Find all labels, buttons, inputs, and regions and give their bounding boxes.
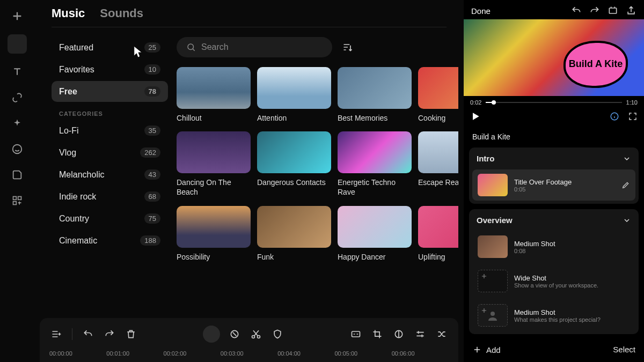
card-label: Happy Dancer [338, 252, 412, 262]
project-title: Build a Kite [464, 127, 644, 145]
card-label: Funk [257, 252, 331, 262]
preview-viewport[interactable]: Build A Kite [464, 19, 644, 96]
aspect-icon[interactable] [608, 5, 618, 16]
section-title: Overview [477, 216, 513, 225]
sidebar-item-melancholic[interactable]: Melancholic43 [52, 164, 168, 185]
music-card[interactable]: Dancing On The Beach [177, 131, 251, 197]
add-clip-thumb[interactable] [478, 304, 508, 327]
clip-thumb [478, 235, 508, 258]
card-label: Uplifting [418, 252, 458, 262]
music-card[interactable]: Uplifting [418, 206, 458, 262]
clip-row[interactable]: Title Over Footage 0:05 [472, 169, 635, 201]
search-input[interactable]: Search [177, 37, 332, 57]
time-marker: 00:01:00 [106, 350, 163, 357]
chevron-down-icon [623, 154, 631, 163]
edit-icon[interactable] [621, 181, 630, 189]
section-header[interactable]: Intro [469, 147, 639, 169]
category-sidebar: Featured25 Favorites10 Free78 CATEGORIES… [34, 33, 177, 315]
emoji-icon[interactable] [10, 142, 25, 157]
tag-icon[interactable] [228, 327, 241, 341]
time-marker: 00:04:00 [277, 350, 334, 357]
music-card[interactable]: Attention [257, 67, 331, 123]
card-thumb [338, 67, 412, 109]
shield-icon[interactable] [270, 327, 284, 341]
extension-icon[interactable] [10, 167, 25, 182]
apps-icon[interactable] [10, 193, 25, 208]
play-button[interactable] [470, 111, 481, 122]
done-button[interactable]: Done [471, 6, 491, 16]
scrub-track[interactable] [486, 102, 621, 103]
svg-point-0 [13, 145, 22, 154]
add-section-button[interactable]: Add [472, 345, 501, 354]
sidebar-item-label: Indie rock [59, 192, 96, 202]
music-card[interactable]: Cooking [418, 67, 458, 123]
count-badge: 68 [144, 191, 160, 202]
sliders-icon[interactable] [413, 327, 427, 341]
timeline-ruler[interactable]: 00:00:00 00:01:00 00:02:00 00:03:00 00:0… [47, 348, 451, 362]
redo-icon[interactable] [103, 327, 116, 341]
link-icon[interactable] [10, 90, 25, 105]
card-thumb [418, 131, 458, 173]
music-icon[interactable] [8, 34, 27, 54]
select-button[interactable]: Select [613, 345, 635, 354]
sidebar-item-country[interactable]: Country75 [52, 208, 168, 229]
share-icon[interactable] [626, 5, 636, 16]
add-track-icon[interactable] [49, 327, 63, 341]
undo-icon[interactable] [81, 327, 95, 341]
sidebar-item-vlog[interactable]: Vlog262 [52, 142, 168, 163]
count-badge: 35 [144, 125, 160, 136]
music-card[interactable]: Possibility [177, 206, 251, 262]
sidebar-item-favorites[interactable]: Favorites10 [52, 59, 168, 80]
sidebar-item-lofi[interactable]: Lo-Fi35 [52, 120, 168, 141]
cut-icon[interactable] [249, 327, 263, 341]
add-clip-thumb[interactable] [478, 270, 508, 292]
svg-rect-1 [13, 197, 17, 200]
clip-row[interactable]: Medium ShotWhat makes this project speci… [472, 300, 635, 331]
adjust-icon[interactable] [392, 327, 406, 341]
count-badge: 75 [144, 213, 160, 224]
sidebar-item-label: Featured [59, 43, 93, 53]
card-label: Energetic Techno Rave [338, 178, 412, 197]
redo-icon[interactable] [589, 5, 600, 16]
current-time: 0:02 [470, 99, 481, 106]
sidebar-item-free[interactable]: Free78 [52, 81, 168, 102]
music-card[interactable]: Dangerous Contacts [257, 131, 331, 197]
title-overlay: Build A Kite [564, 41, 628, 88]
separator [72, 328, 72, 340]
svg-rect-3 [13, 202, 17, 205]
fullscreen-icon[interactable] [628, 112, 638, 121]
delete-icon[interactable] [124, 327, 138, 341]
sidebar-item-featured[interactable]: Featured25 [52, 37, 168, 58]
section-intro: Intro Title Over Footage 0:05 [469, 147, 639, 204]
crop-icon[interactable] [370, 327, 384, 341]
divider [52, 27, 447, 27]
music-card[interactable]: Happy Dancer [338, 206, 412, 262]
music-card[interactable]: Energetic Techno Rave [338, 131, 412, 197]
text-icon[interactable] [10, 64, 25, 79]
info-icon[interactable] [610, 112, 619, 121]
undo-icon[interactable] [571, 5, 582, 16]
section-header[interactable]: Overview [469, 209, 639, 231]
music-card[interactable]: Chillout [177, 67, 251, 123]
sidebar-item-label: Lo-Fi [59, 126, 78, 136]
shuffle-icon[interactable] [435, 327, 449, 341]
sort-icon[interactable] [341, 40, 355, 54]
tab-music[interactable]: Music [52, 6, 85, 25]
music-card[interactable]: Escape Reality [418, 131, 458, 197]
pointer-icon[interactable] [203, 326, 220, 343]
clip-row[interactable]: Wide ShotShow a view of your workspace. [472, 265, 635, 297]
clip-name: Wide Shot [514, 274, 630, 282]
card-label: Escape Reality [418, 178, 458, 187]
clip-row[interactable]: Medium Shot0:08 [472, 231, 635, 262]
preview-panel: Done Build A Kite 0:02 1:10 Build a Kite… [464, 0, 644, 362]
sidebar-item-cinematic[interactable]: Cinematic188 [52, 230, 168, 251]
tab-sounds[interactable]: Sounds [100, 6, 143, 25]
captions-icon[interactable] [349, 327, 363, 341]
sidebar-item-indierock[interactable]: Indie rock68 [52, 186, 168, 207]
top-tabs: Music Sounds [34, 0, 464, 27]
scrubber[interactable]: 0:02 1:10 [464, 96, 644, 109]
add-icon[interactable] [10, 9, 25, 24]
sparkle-icon[interactable] [10, 116, 25, 131]
music-card[interactable]: Funk [257, 206, 331, 262]
music-card[interactable]: Best Memories [338, 67, 412, 123]
